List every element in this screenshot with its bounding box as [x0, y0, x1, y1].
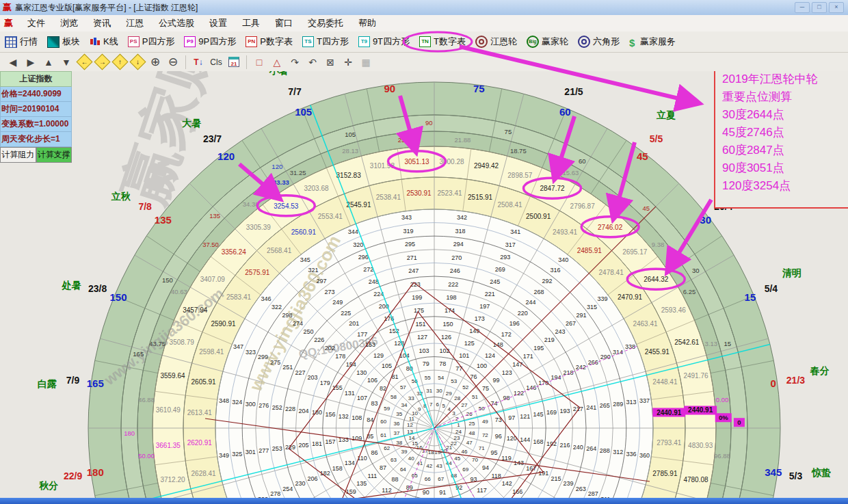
svg-text:264: 264	[586, 445, 596, 452]
board-icon[interactable]: ▦	[357, 55, 375, 70]
svg-text:275: 275	[270, 359, 280, 366]
toolbar-button-K线[interactable]: K线	[85, 34, 123, 50]
calc-resistance-button[interactable]: 计算阻力	[0, 147, 36, 163]
svg-text:2440.91: 2440.91	[688, 406, 713, 414]
menu-item-资讯[interactable]: 资讯	[85, 17, 118, 29]
svg-text:254: 254	[282, 486, 293, 492]
svg-text:43: 43	[436, 463, 442, 469]
toolbar-button-P数字表[interactable]: PNP数字表	[241, 34, 297, 50]
svg-text:60: 60	[380, 419, 386, 425]
toolbar-button-9T四方形[interactable]: T99T四方形	[354, 34, 414, 50]
svg-text:319: 319	[403, 228, 414, 235]
delete-box-icon[interactable]: ⊠	[321, 55, 339, 70]
svg-text:2440.91: 2440.91	[657, 409, 682, 416]
svg-text:131: 131	[345, 390, 355, 397]
TN-icon: TN	[419, 36, 431, 47]
svg-text:2478.41: 2478.41	[599, 269, 624, 276]
pan-right-icon[interactable]: →	[93, 55, 111, 70]
hexagon-icon	[578, 36, 590, 48]
svg-text:5/3: 5/3	[789, 470, 803, 481]
menu-item-窗口[interactable]: 窗口	[267, 17, 300, 29]
svg-text:220: 220	[518, 310, 528, 317]
menu-item-文件[interactable]: 文件	[20, 17, 53, 29]
pan-up-icon[interactable]: ↑	[111, 55, 129, 70]
svg-text:269: 269	[495, 266, 505, 273]
menu-item-帮助[interactable]: 帮助	[351, 17, 384, 29]
menu-item-工具[interactable]: 工具	[235, 17, 267, 29]
svg-text:340: 340	[558, 256, 568, 263]
calendar-icon[interactable]: 21	[225, 55, 243, 70]
pan-down-icon[interactable]: ↓	[129, 55, 146, 70]
svg-text:202: 202	[325, 345, 335, 352]
pan-right-icon: →	[94, 53, 110, 70]
calc-support-button[interactable]: 计算支撑	[36, 147, 72, 163]
svg-text:274: 274	[293, 320, 303, 327]
toolbar-label: 江恩轮	[490, 36, 517, 48]
svg-text:337: 337	[639, 397, 650, 404]
clear-button[interactable]: Cls	[207, 55, 225, 70]
toolbar-button-赢家服务[interactable]: $赢家服务	[624, 34, 680, 50]
svg-text:296: 296	[358, 254, 369, 261]
svg-text:180: 180	[87, 466, 104, 478]
svg-text:227: 227	[295, 369, 305, 376]
draw-triangle-icon[interactable]: △	[268, 55, 286, 70]
menu-item-公式选股[interactable]: 公式选股	[151, 17, 202, 29]
svg-text:28: 28	[454, 395, 460, 401]
draw-square-icon[interactable]: □	[250, 55, 268, 70]
toolbar-button-P四方形[interactable]: PSP四方形	[123, 34, 180, 50]
svg-text:246: 246	[450, 267, 460, 274]
menu-item-浏览[interactable]: 浏览	[53, 17, 85, 29]
panel-field-1: 时间=20190104	[0, 102, 72, 117]
svg-text:46.88: 46.88	[138, 396, 155, 403]
maximize-button[interactable]: □	[812, 2, 827, 13]
svg-text:27: 27	[461, 402, 467, 408]
menu-item-江恩[interactable]: 江恩	[118, 17, 151, 29]
toolbar-button-板块[interactable]: 板块	[42, 34, 85, 50]
svg-text:297: 297	[317, 278, 327, 284]
close-button[interactable]: ×	[829, 2, 844, 13]
nav-up-icon[interactable]: ▲	[40, 55, 57, 70]
pan-left-icon[interactable]: ←	[75, 55, 93, 70]
measure-icon[interactable]: T↓	[189, 55, 207, 70]
rotate-ccw-icon[interactable]: ↶	[304, 55, 321, 70]
svg-text:53: 53	[451, 378, 457, 384]
svg-text:2553.41: 2553.41	[318, 213, 343, 220]
nav-right-icon[interactable]: ▶	[22, 55, 40, 70]
svg-text:34: 34	[401, 402, 408, 408]
svg-text:287: 287	[588, 490, 598, 497]
menu-logo-icon: 赢	[4, 17, 13, 29]
menu-item-交易委托[interactable]: 交易委托	[300, 17, 351, 29]
svg-text:299: 299	[258, 354, 268, 360]
center-icon[interactable]: ✛	[339, 55, 357, 70]
toolbar-button-六角形[interactable]: 六角形	[573, 34, 624, 50]
svg-text:173: 173	[475, 315, 485, 322]
svg-text:96.88: 96.88	[714, 452, 730, 460]
nav-left-icon[interactable]: ◀	[4, 55, 22, 70]
toolbar-button-赢家轮[interactable]: Big赢家轮	[522, 34, 573, 50]
pan-up-icon: ↑	[111, 53, 128, 70]
svg-text:348: 348	[219, 397, 229, 404]
svg-text:3.13: 3.13	[705, 340, 718, 347]
svg-text:154: 154	[346, 361, 356, 368]
svg-text:37.50: 37.50	[202, 241, 219, 248]
svg-text:57: 57	[400, 384, 406, 390]
toolbar-button-9P四方形[interactable]: P99P四方形	[179, 34, 241, 50]
svg-text:147: 147	[512, 361, 522, 368]
toolbar-button-T数字表[interactable]: TNT数字表	[414, 34, 471, 50]
rotate-cw-icon[interactable]: ↷	[286, 55, 304, 70]
svg-text:180: 180	[124, 429, 135, 437]
menu-item-设置[interactable]: 设置	[202, 17, 235, 29]
minimize-button[interactable]: ─	[795, 2, 810, 13]
svg-text:99: 99	[493, 377, 500, 384]
svg-text:78: 78	[439, 360, 446, 367]
big-wheel-icon: Big	[527, 36, 539, 48]
svg-text:100: 100	[477, 362, 487, 369]
zoom-in-icon[interactable]: ⊕	[146, 55, 164, 70]
zoom-out-icon[interactable]: ⊖	[164, 55, 182, 70]
toolbar-button-T四方形[interactable]: TST四方形	[297, 34, 354, 50]
nav-down-icon[interactable]: ▼	[57, 55, 75, 70]
toolbar-button-江恩轮[interactable]: 江恩轮	[471, 34, 522, 50]
toolbar-button-行情[interactable]: 行情	[0, 34, 42, 50]
svg-text:45: 45	[454, 455, 460, 462]
svg-text:320: 320	[353, 241, 363, 248]
